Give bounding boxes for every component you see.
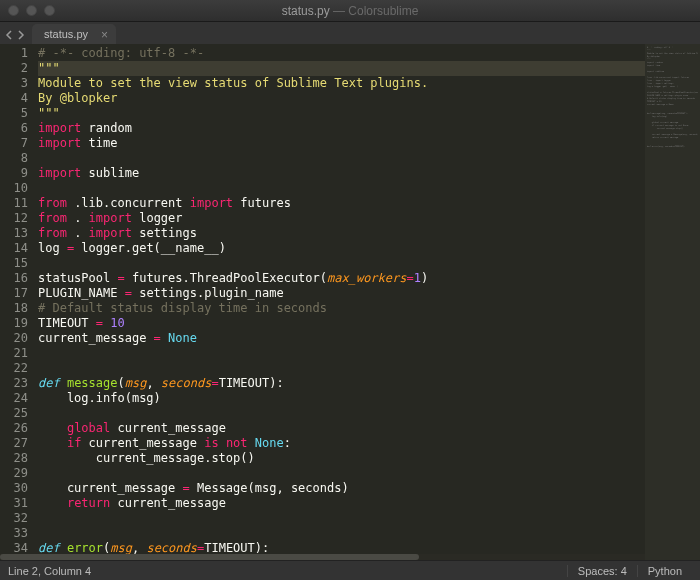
cursor-position[interactable]: Line 2, Column 4 xyxy=(8,565,91,577)
window-title-app: Colorsublime xyxy=(348,4,418,18)
code-line[interactable]: def message(msg, seconds=TIMEOUT): xyxy=(38,376,645,391)
window-title-file: status.py xyxy=(282,4,330,18)
code-line[interactable]: # Default status display time in seconds xyxy=(38,301,645,316)
line-number: 23 xyxy=(0,376,28,391)
code-line[interactable]: """ xyxy=(38,106,645,121)
code-line[interactable] xyxy=(38,526,645,541)
line-number: 19 xyxy=(0,316,28,331)
zoom-window-icon[interactable] xyxy=(44,5,55,16)
scrollbar-thumb[interactable] xyxy=(0,554,419,560)
code-line[interactable] xyxy=(38,151,645,166)
tab-label: status.py xyxy=(44,28,88,40)
line-number: 15 xyxy=(0,256,28,271)
line-number: 9 xyxy=(0,166,28,181)
indent-setting[interactable]: Spaces: 4 xyxy=(567,565,637,577)
editor: 1234567891011121314151617181920212223242… xyxy=(0,44,700,560)
code-line[interactable] xyxy=(38,346,645,361)
line-number: 5 xyxy=(0,106,28,121)
line-number: 24 xyxy=(0,391,28,406)
line-number: 8 xyxy=(0,151,28,166)
code-line[interactable]: from .lib.concurrent import futures xyxy=(38,196,645,211)
line-number: 25 xyxy=(0,406,28,421)
line-number: 16 xyxy=(0,271,28,286)
line-number: 14 xyxy=(0,241,28,256)
line-number: 20 xyxy=(0,331,28,346)
line-number: 32 xyxy=(0,511,28,526)
code-line[interactable]: import time xyxy=(38,136,645,151)
code-line[interactable]: statusPool = futures.ThreadPoolExecutor(… xyxy=(38,271,645,286)
close-icon[interactable]: × xyxy=(101,28,108,42)
line-number: 18 xyxy=(0,301,28,316)
line-number: 3 xyxy=(0,76,28,91)
traffic-lights xyxy=(8,5,55,16)
code-line[interactable]: PLUGIN_NAME = settings.plugin_name xyxy=(38,286,645,301)
line-number: 27 xyxy=(0,436,28,451)
code-line[interactable]: log.info(msg) xyxy=(38,391,645,406)
code-line[interactable] xyxy=(38,466,645,481)
code-line[interactable] xyxy=(38,511,645,526)
line-number: 22 xyxy=(0,361,28,376)
line-number: 21 xyxy=(0,346,28,361)
line-number: 28 xyxy=(0,451,28,466)
line-number: 2 xyxy=(0,61,28,76)
line-number-gutter: 1234567891011121314151617181920212223242… xyxy=(0,44,34,560)
code-line[interactable]: import random xyxy=(38,121,645,136)
horizontal-scrollbar[interactable] xyxy=(0,554,645,560)
line-number: 13 xyxy=(0,226,28,241)
code-line[interactable]: """ xyxy=(38,61,645,76)
code-line[interactable] xyxy=(38,361,645,376)
code-line[interactable]: current_message = None xyxy=(38,331,645,346)
line-number: 31 xyxy=(0,496,28,511)
line-number: 10 xyxy=(0,181,28,196)
line-number: 30 xyxy=(0,481,28,496)
history-back-icon[interactable] xyxy=(4,30,14,40)
line-number: 11 xyxy=(0,196,28,211)
line-number: 6 xyxy=(0,121,28,136)
code-line[interactable]: from . import settings xyxy=(38,226,645,241)
mac-titlebar: status.py — Colorsublime xyxy=(0,0,700,22)
code-line[interactable]: global current_message xyxy=(38,421,645,436)
code-line[interactable]: current_message.stop() xyxy=(38,451,645,466)
line-number: 4 xyxy=(0,91,28,106)
line-number: 1 xyxy=(0,46,28,61)
code-line[interactable]: # -*- coding: utf-8 -*- xyxy=(38,46,645,61)
code-line[interactable]: from . import logger xyxy=(38,211,645,226)
window-title: status.py — Colorsublime xyxy=(0,4,700,18)
code-line[interactable]: TIMEOUT = 10 xyxy=(38,316,645,331)
line-number: 29 xyxy=(0,466,28,481)
line-number: 17 xyxy=(0,286,28,301)
line-number: 7 xyxy=(0,136,28,151)
code-line[interactable]: Module to set the view status of Sublime… xyxy=(38,76,645,91)
code-line[interactable] xyxy=(38,181,645,196)
code-line[interactable]: By @blopker xyxy=(38,91,645,106)
minimap[interactable]: # -*- coding: utf-8 -*-"""Module to set … xyxy=(645,44,700,560)
line-number: 12 xyxy=(0,211,28,226)
minimize-window-icon[interactable] xyxy=(26,5,37,16)
close-window-icon[interactable] xyxy=(8,5,19,16)
code-line[interactable] xyxy=(38,256,645,271)
line-number: 33 xyxy=(0,526,28,541)
code-line[interactable]: log = logger.get(__name__) xyxy=(38,241,645,256)
status-bar: Line 2, Column 4 Spaces: 4 Python xyxy=(0,560,700,580)
history-forward-icon[interactable] xyxy=(16,30,26,40)
tab-bar: status.py × xyxy=(0,22,700,44)
code-line[interactable] xyxy=(38,406,645,421)
code-line[interactable]: if current_message is not None: xyxy=(38,436,645,451)
syntax-setting[interactable]: Python xyxy=(637,565,692,577)
line-number: 26 xyxy=(0,421,28,436)
code-line[interactable]: current_message = Message(msg, seconds) xyxy=(38,481,645,496)
tab-status-py[interactable]: status.py × xyxy=(32,24,116,44)
code-line[interactable]: import sublime xyxy=(38,166,645,181)
code-area[interactable]: # -*- coding: utf-8 -*-"""Module to set … xyxy=(34,44,645,560)
code-line[interactable]: return current_message xyxy=(38,496,645,511)
